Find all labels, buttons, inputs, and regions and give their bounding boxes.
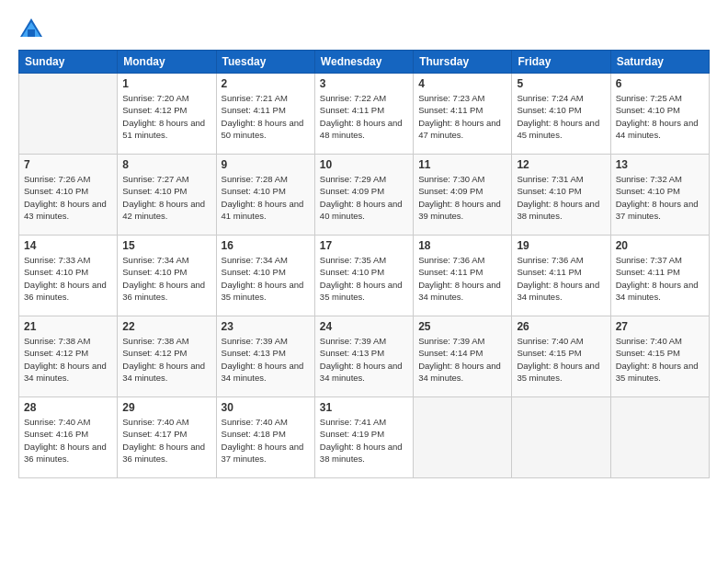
cell-details: Sunrise: 7:39 AMSunset: 4:13 PMDaylight:… (320, 335, 408, 384)
day-number: 29 (122, 401, 210, 414)
calendar-cell: 28Sunrise: 7:40 AMSunset: 4:16 PMDayligh… (19, 397, 118, 478)
calendar-cell: 10Sunrise: 7:29 AMSunset: 4:09 PMDayligh… (314, 155, 413, 236)
cell-details: Sunrise: 7:39 AMSunset: 4:13 PMDaylight:… (222, 335, 310, 384)
day-number: 31 (320, 401, 408, 414)
day-number: 22 (122, 320, 210, 333)
calendar-cell: 13Sunrise: 7:32 AMSunset: 4:10 PMDayligh… (610, 155, 709, 236)
day-number: 13 (616, 158, 704, 171)
day-number: 10 (320, 158, 408, 171)
cell-details: Sunrise: 7:34 AMSunset: 4:10 PMDaylight:… (222, 254, 310, 303)
weekday-header-thursday: Thursday (414, 51, 512, 74)
cell-details: Sunrise: 7:34 AMSunset: 4:10 PMDaylight:… (122, 254, 210, 303)
calendar-cell: 25Sunrise: 7:39 AMSunset: 4:14 PMDayligh… (414, 316, 512, 397)
weekday-header-monday: Monday (118, 51, 216, 74)
day-number: 16 (222, 239, 310, 252)
calendar-cell (19, 74, 118, 155)
cell-details: Sunrise: 7:40 AMSunset: 4:18 PMDaylight:… (222, 416, 310, 465)
cell-details: Sunrise: 7:24 AMSunset: 4:10 PMDaylight:… (517, 92, 605, 141)
calendar-cell: 22Sunrise: 7:38 AMSunset: 4:12 PMDayligh… (118, 316, 216, 397)
calendar-cell: 31Sunrise: 7:41 AMSunset: 4:19 PMDayligh… (314, 397, 413, 478)
header (18, 17, 710, 42)
day-number: 23 (222, 320, 310, 333)
weekday-header-friday: Friday (512, 51, 610, 74)
cell-details: Sunrise: 7:36 AMSunset: 4:11 PMDaylight:… (517, 254, 605, 303)
weekday-header-tuesday: Tuesday (216, 51, 314, 74)
cell-details: Sunrise: 7:21 AMSunset: 4:11 PMDaylight:… (222, 92, 310, 141)
calendar-cell: 8Sunrise: 7:27 AMSunset: 4:10 PMDaylight… (118, 155, 216, 236)
day-number: 1 (122, 77, 210, 90)
calendar-cell: 24Sunrise: 7:39 AMSunset: 4:13 PMDayligh… (314, 316, 413, 397)
calendar-cell (512, 397, 610, 478)
day-number: 2 (222, 77, 310, 90)
weekday-header-saturday: Saturday (610, 51, 709, 74)
week-row-4: 21Sunrise: 7:38 AMSunset: 4:12 PMDayligh… (19, 316, 710, 397)
cell-details: Sunrise: 7:31 AMSunset: 4:10 PMDaylight:… (517, 173, 605, 222)
cell-details: Sunrise: 7:27 AMSunset: 4:10 PMDaylight:… (122, 173, 210, 222)
calendar-cell: 11Sunrise: 7:30 AMSunset: 4:09 PMDayligh… (414, 155, 512, 236)
day-number: 18 (418, 239, 506, 252)
day-number: 11 (418, 158, 506, 171)
cell-details: Sunrise: 7:30 AMSunset: 4:09 PMDaylight:… (418, 173, 506, 222)
cell-details: Sunrise: 7:40 AMSunset: 4:17 PMDaylight:… (122, 416, 210, 465)
calendar-cell: 29Sunrise: 7:40 AMSunset: 4:17 PMDayligh… (118, 397, 216, 478)
cell-details: Sunrise: 7:26 AMSunset: 4:10 PMDaylight:… (24, 173, 112, 222)
day-number: 28 (24, 401, 112, 414)
cell-details: Sunrise: 7:29 AMSunset: 4:09 PMDaylight:… (320, 173, 408, 222)
calendar-cell: 6Sunrise: 7:25 AMSunset: 4:10 PMDaylight… (610, 74, 709, 155)
cell-details: Sunrise: 7:38 AMSunset: 4:12 PMDaylight:… (24, 335, 112, 384)
calendar-cell: 15Sunrise: 7:34 AMSunset: 4:10 PMDayligh… (118, 236, 216, 316)
day-number: 9 (222, 158, 310, 171)
calendar-cell: 1Sunrise: 7:20 AMSunset: 4:12 PMDaylight… (118, 74, 216, 155)
calendar-cell: 21Sunrise: 7:38 AMSunset: 4:12 PMDayligh… (19, 316, 118, 397)
cell-details: Sunrise: 7:20 AMSunset: 4:12 PMDaylight:… (122, 92, 210, 141)
weekday-header-row: SundayMondayTuesdayWednesdayThursdayFrid… (19, 51, 710, 74)
day-number: 3 (320, 77, 408, 90)
day-number: 17 (320, 239, 408, 252)
calendar-cell: 26Sunrise: 7:40 AMSunset: 4:15 PMDayligh… (512, 316, 610, 397)
cell-details: Sunrise: 7:40 AMSunset: 4:16 PMDaylight:… (24, 416, 112, 465)
day-number: 14 (24, 239, 112, 252)
day-number: 20 (616, 239, 704, 252)
calendar-table: SundayMondayTuesdayWednesdayThursdayFrid… (18, 50, 710, 478)
page: SundayMondayTuesdayWednesdayThursdayFrid… (0, 0, 728, 563)
cell-details: Sunrise: 7:40 AMSunset: 4:15 PMDaylight:… (616, 335, 704, 384)
calendar-cell: 9Sunrise: 7:28 AMSunset: 4:10 PMDaylight… (216, 155, 314, 236)
logo-icon (18, 17, 44, 42)
calendar-cell: 23Sunrise: 7:39 AMSunset: 4:13 PMDayligh… (216, 316, 314, 397)
cell-details: Sunrise: 7:22 AMSunset: 4:11 PMDaylight:… (320, 92, 408, 141)
cell-details: Sunrise: 7:36 AMSunset: 4:11 PMDaylight:… (418, 254, 506, 303)
calendar-cell (610, 397, 709, 478)
weekday-header-wednesday: Wednesday (314, 51, 413, 74)
calendar-cell: 20Sunrise: 7:37 AMSunset: 4:11 PMDayligh… (610, 236, 709, 316)
cell-details: Sunrise: 7:41 AMSunset: 4:19 PMDaylight:… (320, 416, 408, 465)
day-number: 21 (24, 320, 112, 333)
cell-details: Sunrise: 7:39 AMSunset: 4:14 PMDaylight:… (418, 335, 506, 384)
calendar-cell: 27Sunrise: 7:40 AMSunset: 4:15 PMDayligh… (610, 316, 709, 397)
calendar-cell: 19Sunrise: 7:36 AMSunset: 4:11 PMDayligh… (512, 236, 610, 316)
calendar-cell: 14Sunrise: 7:33 AMSunset: 4:10 PMDayligh… (19, 236, 118, 316)
day-number: 30 (222, 401, 310, 414)
week-row-3: 14Sunrise: 7:33 AMSunset: 4:10 PMDayligh… (19, 236, 710, 316)
svg-rect-2 (28, 29, 35, 37)
calendar-cell: 4Sunrise: 7:23 AMSunset: 4:11 PMDaylight… (414, 74, 512, 155)
calendar-cell: 16Sunrise: 7:34 AMSunset: 4:10 PMDayligh… (216, 236, 314, 316)
calendar-cell: 2Sunrise: 7:21 AMSunset: 4:11 PMDaylight… (216, 74, 314, 155)
day-number: 19 (517, 239, 605, 252)
calendar-cell: 3Sunrise: 7:22 AMSunset: 4:11 PMDaylight… (314, 74, 413, 155)
week-row-1: 1Sunrise: 7:20 AMSunset: 4:12 PMDaylight… (19, 74, 710, 155)
day-number: 25 (418, 320, 506, 333)
calendar-cell: 7Sunrise: 7:26 AMSunset: 4:10 PMDaylight… (19, 155, 118, 236)
day-number: 8 (122, 158, 210, 171)
day-number: 6 (616, 77, 704, 90)
week-row-5: 28Sunrise: 7:40 AMSunset: 4:16 PMDayligh… (19, 397, 710, 478)
calendar-cell: 5Sunrise: 7:24 AMSunset: 4:10 PMDaylight… (512, 74, 610, 155)
cell-details: Sunrise: 7:37 AMSunset: 4:11 PMDaylight:… (616, 254, 704, 303)
day-number: 4 (418, 77, 506, 90)
day-number: 24 (320, 320, 408, 333)
day-number: 5 (517, 77, 605, 90)
cell-details: Sunrise: 7:23 AMSunset: 4:11 PMDaylight:… (418, 92, 506, 141)
cell-details: Sunrise: 7:35 AMSunset: 4:10 PMDaylight:… (320, 254, 408, 303)
calendar-cell: 12Sunrise: 7:31 AMSunset: 4:10 PMDayligh… (512, 155, 610, 236)
day-number: 7 (24, 158, 112, 171)
calendar-cell: 30Sunrise: 7:40 AMSunset: 4:18 PMDayligh… (216, 397, 314, 478)
